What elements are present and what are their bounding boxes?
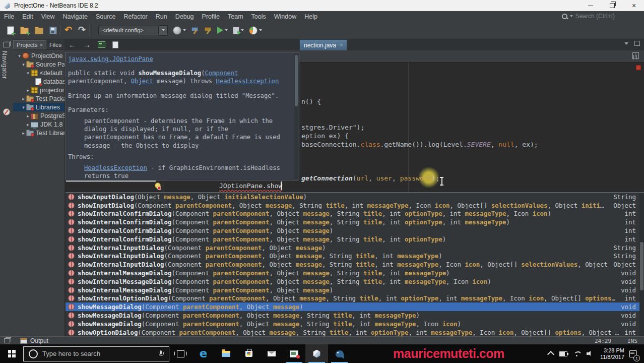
javadoc-link[interactable]: HeadlessException xyxy=(216,78,279,85)
completion-item[interactable]: showInternalConfirmDialog(Component pare… xyxy=(66,218,644,226)
open-project-icon[interactable] xyxy=(35,28,43,34)
dock-window-icon[interactable] xyxy=(4,338,10,343)
navigator-tab[interactable]: Navigator xyxy=(1,51,8,79)
store-icon[interactable] xyxy=(237,344,260,363)
completion-item[interactable]: showMessageDialog(Component parentCompon… xyxy=(66,302,644,311)
menu-edit[interactable]: Edit xyxy=(18,13,37,20)
explorer-tab-projects[interactable]: Projects× xyxy=(13,40,46,49)
completion-item[interactable]: showInternalInputDialog(Component parent… xyxy=(66,260,644,269)
mail-icon[interactable] xyxy=(260,344,283,363)
photos-icon[interactable] xyxy=(283,344,305,363)
menu-view[interactable]: View xyxy=(37,13,59,20)
debug-icon[interactable] xyxy=(233,27,244,34)
tray-expand-icon[interactable] xyxy=(547,351,554,358)
editor-tab[interactable]: nection.java × xyxy=(299,39,347,50)
completion-item[interactable]: showInternalMessageDialog(Component pare… xyxy=(66,286,644,294)
completion-item[interactable]: showInternalInputDialog(Component parent… xyxy=(66,244,644,252)
expanded-arrow-icon[interactable]: ▾ xyxy=(21,62,26,67)
menu-tools[interactable]: Tools xyxy=(247,13,270,20)
menu-run[interactable]: Run xyxy=(152,13,171,20)
menu-profile[interactable]: Profile xyxy=(198,13,224,20)
expanded-arrow-icon[interactable]: ▾ xyxy=(25,71,31,76)
copy-icon[interactable] xyxy=(112,41,118,48)
tree-item-test-librar[interactable]: ▸Test Librar xyxy=(13,129,65,137)
menu-navigate[interactable]: Navigate xyxy=(59,13,92,20)
dock-window-icon[interactable] xyxy=(3,42,10,47)
forward-icon[interactable] xyxy=(83,40,91,49)
tab-close-icon[interactable]: × xyxy=(340,42,343,48)
ide-search-field[interactable]: Search (Ctrl+I) xyxy=(562,13,615,20)
completion-item[interactable]: showMessageDialog(Component parentCompon… xyxy=(66,320,644,328)
globe-icon[interactable] xyxy=(173,26,186,35)
config-dropdown-button[interactable] xyxy=(159,25,168,36)
clean-build-icon[interactable] xyxy=(204,26,212,34)
pgadmin-icon[interactable] xyxy=(328,344,351,363)
completion-item[interactable]: showInputDialog(Component parentComponen… xyxy=(66,201,644,210)
taskbar-clock[interactable]: 3:28 PM 11/8/2017 xyxy=(600,347,624,360)
tree-item-test-packa[interactable]: ▸Test Packa xyxy=(13,94,65,103)
completion-item[interactable]: showInternalInputDialog(Component parent… xyxy=(66,252,644,261)
battery-icon[interactable] xyxy=(559,351,567,356)
back-icon[interactable] xyxy=(69,40,76,49)
explorer-tab-files[interactable]: Files xyxy=(46,41,65,49)
show-in-browser-icon[interactable] xyxy=(98,41,105,48)
completion-item[interactable]: showMessageDialog(Component parentCompon… xyxy=(66,311,644,320)
new-project-icon[interactable] xyxy=(20,28,29,34)
menu-team[interactable]: Team xyxy=(224,13,247,20)
microphone-icon[interactable] xyxy=(159,350,163,357)
undo-icon[interactable] xyxy=(65,26,72,35)
completion-item[interactable]: showInternalMessageDialog(Component pare… xyxy=(66,277,644,286)
tree-item-projecton[interactable]: ▸projecton xyxy=(13,86,65,94)
config-select[interactable]: <default config> xyxy=(98,26,159,35)
collapsed-arrow-icon[interactable]: ▸ xyxy=(25,122,31,127)
save-all-icon[interactable] xyxy=(49,27,57,34)
expanded-arrow-icon[interactable]: ▾ xyxy=(21,105,26,110)
error-hint-icon[interactable] xyxy=(154,183,160,190)
menu-source[interactable]: Source xyxy=(92,13,120,20)
volume-icon[interactable] xyxy=(587,351,593,356)
tab-list-icon[interactable] xyxy=(624,42,628,45)
completion-item[interactable]: showInternalConfirmDialog(Component pare… xyxy=(66,210,644,218)
profile-icon[interactable] xyxy=(249,26,262,35)
javadoc-link[interactable]: HeadlessException xyxy=(84,164,147,171)
file-explorer-icon[interactable] xyxy=(215,344,237,363)
netbeans-icon[interactable] xyxy=(305,344,328,363)
redo-icon[interactable] xyxy=(78,26,86,35)
menu-window[interactable]: Window xyxy=(270,13,300,20)
error-stripe-mark[interactable] xyxy=(636,65,641,70)
javadoc-scrollbar[interactable] xyxy=(294,53,298,179)
javadoc-link[interactable]: Object xyxy=(131,78,153,85)
menu-file[interactable]: File xyxy=(0,13,18,20)
tree-item-source-pac[interactable]: ▾Source Pac xyxy=(13,60,65,69)
tree-item--default-p[interactable]: ▾<default p xyxy=(13,69,65,77)
run-icon[interactable] xyxy=(217,27,228,34)
restore-button[interactable] xyxy=(604,0,621,11)
maximize-editor-icon[interactable] xyxy=(634,41,640,46)
completion-item[interactable]: showOptionDialog(Component parentCompone… xyxy=(66,328,644,336)
completion-item[interactable]: showInternalMessageDialog(Component pare… xyxy=(66,269,644,277)
minimize-button[interactable] xyxy=(582,0,599,11)
tree-item-libraries[interactable]: ▾Libraries xyxy=(13,103,65,111)
javadoc-link[interactable]: javax.swing.JOptionPane xyxy=(68,55,153,63)
start-button[interactable] xyxy=(0,344,23,363)
task-view-icon[interactable] xyxy=(169,344,192,363)
collapsed-arrow-icon[interactable]: ▸ xyxy=(25,113,31,118)
edge-icon[interactable]: e xyxy=(192,344,215,363)
completion-item[interactable]: showInternalConfirmDialog(Component pare… xyxy=(66,226,644,235)
collapsed-arrow-icon[interactable]: ▸ xyxy=(21,96,26,101)
menu-refactor[interactable]: Refactor xyxy=(120,13,152,20)
tree-item-projectone[interactable]: ▾ProjectOne xyxy=(13,51,65,60)
tree-item-jdk-1-8-[interactable]: ▸JDK 1.8 ( xyxy=(13,120,65,129)
menu-debug[interactable]: Debug xyxy=(171,13,198,20)
wifi-icon[interactable] xyxy=(573,351,581,356)
tree-item-postgres[interactable]: ▸PostgreS xyxy=(13,111,65,120)
popup-hscrollbar[interactable] xyxy=(66,180,156,182)
close-icon[interactable]: × xyxy=(40,42,43,48)
split-editor-icon[interactable] xyxy=(632,52,639,59)
taskbar-search-box[interactable]: Type here to search xyxy=(23,346,169,361)
completion-item[interactable]: showInternalOptionDialog(Component paren… xyxy=(66,294,644,303)
menu-help[interactable]: Help xyxy=(300,13,321,20)
new-file-icon[interactable] xyxy=(7,26,14,35)
completion-scrollbar[interactable] xyxy=(639,193,644,336)
completion-item[interactable]: showInternalConfirmDialog(Component pare… xyxy=(66,235,644,244)
